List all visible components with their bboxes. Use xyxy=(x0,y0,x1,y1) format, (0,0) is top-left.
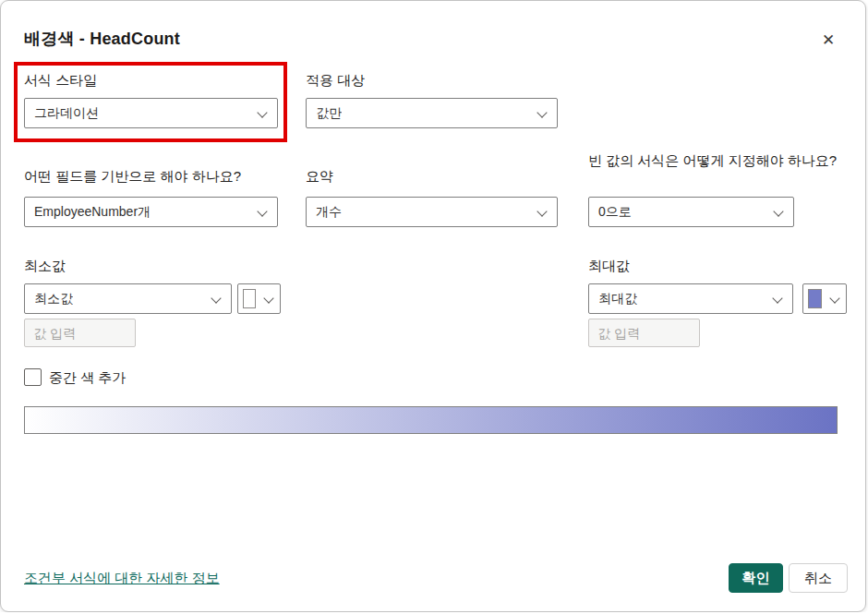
close-icon: ✕ xyxy=(822,30,835,50)
minimum-dropdown[interactable]: 최소값 xyxy=(24,283,232,314)
format-style-dropdown[interactable]: 그라데이션 xyxy=(24,98,278,128)
middle-color-checkbox-label: 중간 색 추가 xyxy=(49,369,126,387)
minimum-label: 최소값 xyxy=(24,256,66,275)
format-style-value: 그라데이션 xyxy=(34,105,99,122)
background-color-dialog: 배경색 - HeadCount ✕ 서식 스타일 그라데이션 적용 대상 값만 … xyxy=(0,0,866,612)
close-button[interactable]: ✕ xyxy=(815,27,841,53)
chevron-down-icon xyxy=(211,294,222,305)
based-on-field-dropdown[interactable]: EmployeeNumber개 xyxy=(24,197,278,227)
blank-format-dropdown[interactable]: 0으로 xyxy=(588,197,794,227)
apply-to-value: 값만 xyxy=(316,105,342,122)
chevron-down-icon xyxy=(257,207,268,218)
summarization-label: 요약 xyxy=(306,166,333,186)
chevron-down-icon xyxy=(773,207,784,218)
ok-button[interactable]: 확인 xyxy=(729,563,783,593)
gradient-preview-bar xyxy=(24,406,838,434)
apply-to-label: 적용 대상 xyxy=(306,70,365,90)
blank-format-value: 0으로 xyxy=(598,204,632,221)
chevron-down-icon xyxy=(257,108,268,119)
maximum-color-picker[interactable] xyxy=(802,283,847,314)
minimum-value-input[interactable] xyxy=(24,319,136,347)
maximum-value-input[interactable] xyxy=(588,319,700,347)
summarization-dropdown[interactable]: 개수 xyxy=(306,197,558,227)
based-on-field-value: EmployeeNumber개 xyxy=(34,204,151,221)
maximum-dropdown[interactable]: 최대값 xyxy=(588,283,793,314)
summarization-value: 개수 xyxy=(316,204,342,221)
minimum-value: 최소값 xyxy=(34,291,73,307)
chevron-down-icon xyxy=(829,294,840,305)
maximum-label: 최대값 xyxy=(588,256,630,275)
blank-format-label: 빈 값의 서식은 어떻게 지정해야 하나요? xyxy=(588,150,849,170)
chevron-down-icon xyxy=(263,294,274,305)
conditional-formatting-help-link[interactable]: 조건부 서식에 대한 자세한 정보 xyxy=(24,570,220,587)
chevron-down-icon xyxy=(772,294,783,305)
maximum-value: 최대값 xyxy=(598,291,637,307)
chevron-down-icon xyxy=(536,108,548,119)
minimum-color-picker[interactable] xyxy=(237,283,281,314)
based-on-field-label: 어떤 필드를 기반으로 해야 하나요? xyxy=(24,166,241,186)
chevron-down-icon xyxy=(536,207,548,218)
minimum-color-swatch xyxy=(243,289,256,308)
page-title: 배경색 - HeadCount xyxy=(24,28,180,50)
format-style-label: 서식 스타일 xyxy=(24,70,97,90)
middle-color-checkbox[interactable] xyxy=(24,368,42,386)
apply-to-dropdown[interactable]: 값만 xyxy=(306,98,558,128)
cancel-button[interactable]: 취소 xyxy=(789,563,848,593)
maximum-color-swatch xyxy=(808,289,822,308)
